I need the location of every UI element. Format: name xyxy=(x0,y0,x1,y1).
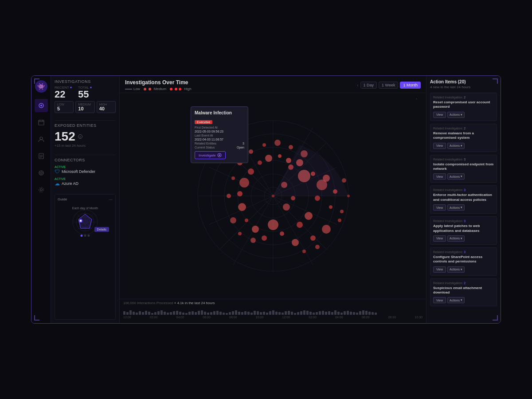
timeline-bar xyxy=(266,313,268,315)
timeline-bar xyxy=(204,312,206,315)
svg-point-66 xyxy=(239,178,249,188)
nav-prev[interactable]: ‹ xyxy=(357,83,358,88)
actions-chevron-5: ▾ xyxy=(461,268,462,271)
timeline-bar xyxy=(319,311,321,315)
svg-point-82 xyxy=(238,232,242,235)
timeline-bar xyxy=(210,312,212,315)
svg-point-88 xyxy=(262,143,266,147)
actions-button-0[interactable]: Actions ▾ xyxy=(447,112,465,118)
timeline-bar xyxy=(213,311,215,315)
timeline-bar xyxy=(126,312,129,315)
legend-medium-dot2 xyxy=(149,88,151,90)
action-related-6: Related Investigation: 2 xyxy=(433,282,494,285)
time-btn-1month[interactable]: 1 Month xyxy=(400,82,421,89)
svg-point-67 xyxy=(248,168,254,175)
nav-item-network[interactable] xyxy=(35,166,48,180)
timeline-bar xyxy=(123,311,125,315)
timeline-bar xyxy=(148,312,150,315)
actions-button-2[interactable]: Actions ▾ xyxy=(447,173,465,180)
view-button-2[interactable]: View xyxy=(433,173,446,180)
timeline-bar xyxy=(372,312,374,315)
action-card: Related Investigation: 2 Remove malware … xyxy=(430,124,497,152)
guide-pagination xyxy=(81,235,90,237)
timeline-bar xyxy=(340,313,343,315)
guide-dot-2[interactable] xyxy=(84,235,86,237)
svg-point-58 xyxy=(292,239,299,246)
nav-item-dashboard[interactable] xyxy=(35,99,48,112)
low-stat: LOW 5 xyxy=(55,101,74,113)
svg-point-6 xyxy=(40,137,43,140)
svg-point-50 xyxy=(297,222,303,228)
timeline-bar xyxy=(297,312,299,315)
svg-point-60 xyxy=(268,219,278,230)
timeline-bar xyxy=(309,312,312,315)
actions-button-3[interactable]: Actions ▾ xyxy=(447,204,465,211)
svg-point-49 xyxy=(305,212,313,220)
total-filter-icon[interactable]: ▾ xyxy=(90,86,92,90)
timeline-bar xyxy=(260,312,262,315)
tooltip-current-status-value: Open xyxy=(237,146,244,149)
main-content: Investigations Over Time Low Medium xyxy=(120,76,426,323)
view-button-4[interactable]: View xyxy=(433,235,446,242)
timeline-bar xyxy=(133,312,135,315)
timeline-area: 100,000 Interactions Processed + 4.1k in… xyxy=(120,299,426,323)
timeline-bars xyxy=(123,306,422,315)
nav-item-users[interactable] xyxy=(35,133,48,146)
investigate-button[interactable]: Investigate xyxy=(195,151,226,159)
guide-dot-1[interactable] xyxy=(81,235,83,237)
guide-details-button[interactable]: Details xyxy=(94,227,109,232)
nav-item-calendar[interactable] xyxy=(35,116,48,129)
action-text-0: Reset compromised user account password xyxy=(433,100,494,110)
grid-label-top: • xyxy=(416,97,417,101)
high-value: 40 xyxy=(99,106,113,111)
guide-dot-3[interactable] xyxy=(88,235,90,237)
nav-item-settings[interactable] xyxy=(35,183,48,196)
guide-minimize-icon[interactable]: — xyxy=(109,197,113,201)
view-button-5[interactable]: View xyxy=(433,266,446,273)
actions-button-6[interactable]: Actions ▾ xyxy=(447,297,465,303)
connector-2-icon: ☁ xyxy=(55,180,60,187)
action-card: Related Investigation: 3 Configure Share… xyxy=(430,247,497,276)
actions-button-1[interactable]: Actions ▾ xyxy=(447,143,465,149)
tooltip-first-detected-label: First Detected At xyxy=(195,126,218,129)
time-label: 02:00 xyxy=(150,316,158,319)
view-button-3[interactable]: View xyxy=(433,204,446,211)
actions-button-4[interactable]: Actions ▾ xyxy=(447,235,465,242)
timeline-bar xyxy=(353,312,355,315)
timeline-bar xyxy=(145,311,147,315)
svg-point-47 xyxy=(315,196,320,201)
svg-point-85 xyxy=(231,176,235,180)
tooltip-badge: Executive xyxy=(195,120,212,124)
time-btn-1day[interactable]: 1 Day xyxy=(360,82,377,89)
svg-point-56 xyxy=(322,225,331,234)
connector-1-status: ACTIVE xyxy=(55,165,95,168)
timeline-bar xyxy=(288,311,290,315)
svg-point-62 xyxy=(252,226,259,233)
timeline-bar xyxy=(331,312,333,315)
recent-filter-icon[interactable]: ▾ xyxy=(70,86,72,90)
action-text-5: Configure SharePoint access controls and… xyxy=(433,255,494,264)
view-button-0[interactable]: View xyxy=(433,112,446,118)
legend-medium-label: Medium xyxy=(154,87,166,91)
actions-button-5[interactable]: Actions ▾ xyxy=(447,266,465,273)
nav-item-reports[interactable] xyxy=(35,149,48,163)
svg-point-84 xyxy=(227,194,231,198)
time-label: 04:00 xyxy=(335,316,343,319)
action-related-1: Related Investigation: 2 xyxy=(433,127,494,130)
timeline-bar xyxy=(254,311,256,315)
timeline-bar xyxy=(192,311,194,315)
timeline-bar xyxy=(300,311,302,315)
total-value: 55 xyxy=(78,90,92,99)
timeline-bar xyxy=(173,311,175,315)
actions-chevron-0: ▾ xyxy=(461,113,462,117)
tooltip-last-event: Last Event At xyxy=(195,134,244,137)
svg-point-69 xyxy=(265,155,272,162)
view-button-1[interactable]: View xyxy=(433,143,446,149)
timeline-bar xyxy=(306,311,309,315)
time-btn-1week[interactable]: 1 Week xyxy=(379,82,398,89)
timeline-bar xyxy=(179,312,181,315)
guide-subtitle: Each day of Month xyxy=(72,207,98,210)
svg-point-81 xyxy=(250,238,256,243)
view-button-6[interactable]: View xyxy=(433,297,446,303)
investigations-title: Investigations xyxy=(55,79,116,84)
